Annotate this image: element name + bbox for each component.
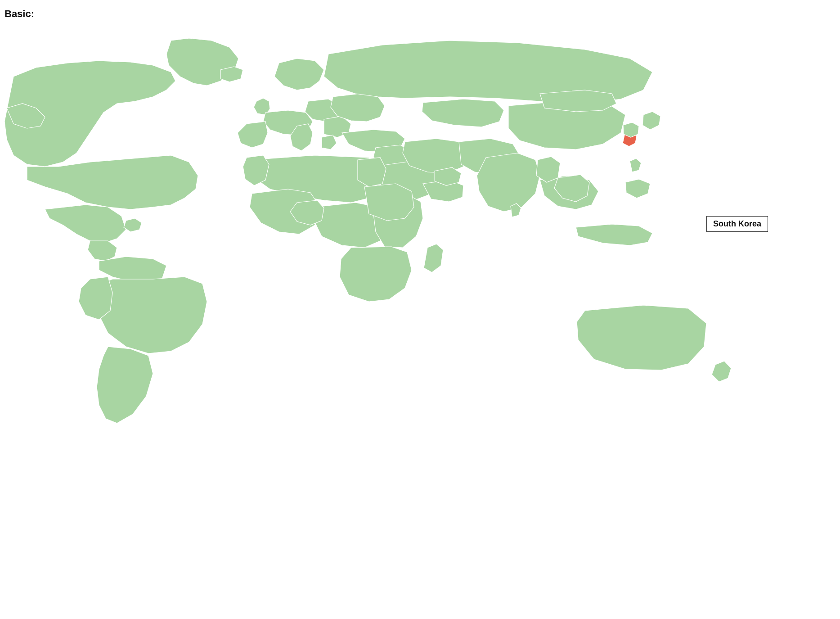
madagascar bbox=[424, 244, 443, 272]
iceland bbox=[220, 67, 243, 82]
page-label: Basic: bbox=[4, 8, 34, 20]
map-container bbox=[0, 27, 840, 603]
australia bbox=[577, 305, 706, 370]
philippines bbox=[625, 179, 650, 198]
sudan bbox=[364, 184, 414, 221]
mongolia bbox=[540, 90, 616, 112]
indonesia bbox=[576, 224, 652, 245]
southern-africa bbox=[340, 247, 412, 302]
caribbean bbox=[124, 218, 142, 232]
iberia bbox=[238, 122, 268, 148]
brazil bbox=[97, 277, 207, 353]
argentina bbox=[97, 347, 153, 423]
greece bbox=[322, 135, 337, 149]
mexico bbox=[45, 205, 126, 243]
world-map bbox=[0, 27, 840, 603]
central-america bbox=[88, 241, 117, 261]
myanmar bbox=[536, 157, 560, 182]
kazakhstan bbox=[422, 99, 504, 127]
north-korea bbox=[623, 122, 639, 137]
india bbox=[477, 153, 540, 212]
japan bbox=[642, 112, 660, 130]
new-zealand bbox=[712, 361, 731, 382]
egypt bbox=[358, 158, 386, 187]
scandinavia bbox=[274, 59, 324, 90]
taiwan bbox=[630, 158, 641, 172]
peru bbox=[79, 277, 112, 320]
